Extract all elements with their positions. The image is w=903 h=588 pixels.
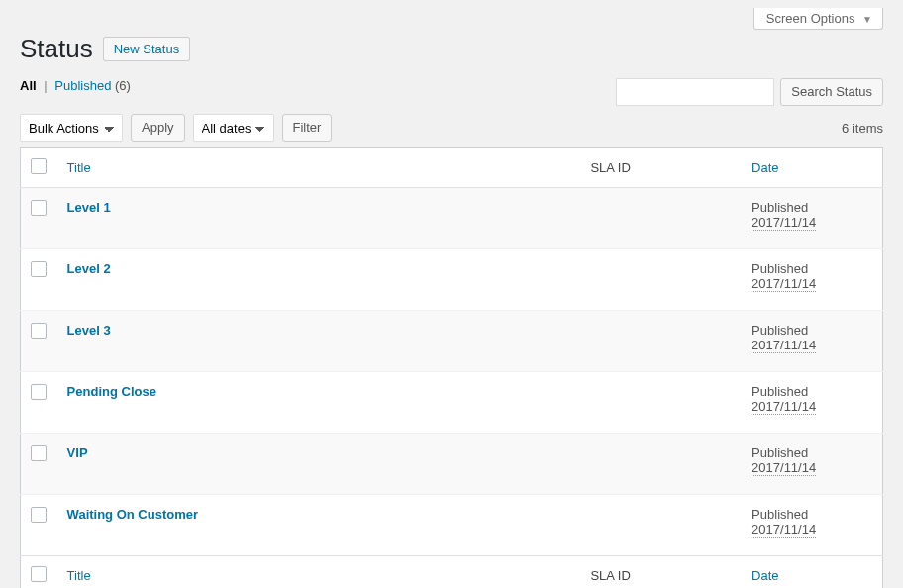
table-row: Pending Close Published 2017/11/14: [21, 372, 883, 434]
column-title-header[interactable]: Title: [67, 160, 91, 175]
table-row: Level 3 Published 2017/11/14: [21, 311, 883, 372]
select-all-checkbox-top[interactable]: [31, 158, 47, 174]
date-filter-select[interactable]: All dates: [193, 114, 274, 142]
column-sla-header: SLA ID: [580, 148, 742, 188]
row-sla-id: [580, 372, 742, 434]
row-title-link[interactable]: Pending Close: [67, 384, 156, 399]
filter-all-link[interactable]: All: [20, 78, 37, 93]
row-checkbox[interactable]: [31, 261, 47, 277]
search-button[interactable]: Search Status: [780, 78, 883, 106]
row-sla-id: [580, 311, 742, 372]
page-title: Status: [20, 34, 93, 64]
table-row: Level 2 Published 2017/11/14: [21, 249, 883, 311]
bulk-apply-button-top[interactable]: Apply: [131, 114, 185, 142]
row-date: 2017/11/14: [752, 338, 816, 353]
table-row: VIP Published 2017/11/14: [21, 434, 883, 495]
table-row: Level 1 Published 2017/11/14: [21, 188, 883, 249]
row-checkbox[interactable]: [31, 200, 47, 216]
row-status: Published: [752, 384, 808, 399]
row-status: Published: [752, 323, 808, 338]
screen-options-label: Screen Options: [766, 11, 855, 26]
row-checkbox[interactable]: [31, 323, 47, 339]
row-title-link[interactable]: Level 2: [67, 261, 111, 276]
row-date: 2017/11/14: [752, 276, 816, 292]
column-sla-footer: SLA ID: [580, 556, 742, 589]
row-sla-id: [580, 434, 742, 495]
row-date: 2017/11/14: [752, 215, 816, 231]
filter-button[interactable]: Filter: [282, 114, 333, 142]
row-title-link[interactable]: Level 3: [67, 323, 111, 338]
row-checkbox[interactable]: [31, 445, 47, 461]
bulk-actions-select-top[interactable]: Bulk Actions: [20, 114, 123, 142]
row-title-link[interactable]: Waiting On Customer: [67, 507, 198, 522]
filter-published-count: (6): [115, 78, 131, 93]
item-count-top: 6 items: [842, 121, 883, 136]
status-table: Title SLA ID Date Level 1 Published 2017…: [20, 147, 883, 588]
status-filters: All | Published (6): [20, 78, 131, 93]
row-sla-id: [580, 495, 742, 556]
row-status: Published: [752, 200, 808, 215]
row-sla-id: [580, 188, 742, 249]
column-title-footer[interactable]: Title: [67, 568, 91, 583]
chevron-down-icon: ▼: [862, 14, 872, 25]
filter-separator: |: [44, 78, 47, 93]
filter-published-link[interactable]: Published: [54, 78, 111, 93]
row-checkbox[interactable]: [31, 384, 47, 400]
row-date: 2017/11/14: [752, 399, 816, 415]
row-title-link[interactable]: Level 1: [67, 200, 111, 215]
table-row: Waiting On Customer Published 2017/11/14: [21, 495, 883, 556]
column-date-footer[interactable]: Date: [752, 568, 778, 583]
row-date: 2017/11/14: [752, 460, 816, 476]
screen-options-button[interactable]: Screen Options ▼: [753, 8, 883, 30]
row-date: 2017/11/14: [752, 522, 816, 538]
new-status-button[interactable]: New Status: [103, 37, 190, 61]
row-sla-id: [580, 249, 742, 311]
row-title-link[interactable]: VIP: [67, 445, 88, 460]
row-status: Published: [752, 261, 808, 276]
row-status: Published: [752, 507, 808, 522]
row-checkbox[interactable]: [31, 507, 47, 523]
row-status: Published: [752, 445, 808, 460]
select-all-checkbox-bottom[interactable]: [31, 566, 47, 582]
search-input[interactable]: [616, 78, 774, 106]
column-date-header[interactable]: Date: [752, 160, 778, 175]
